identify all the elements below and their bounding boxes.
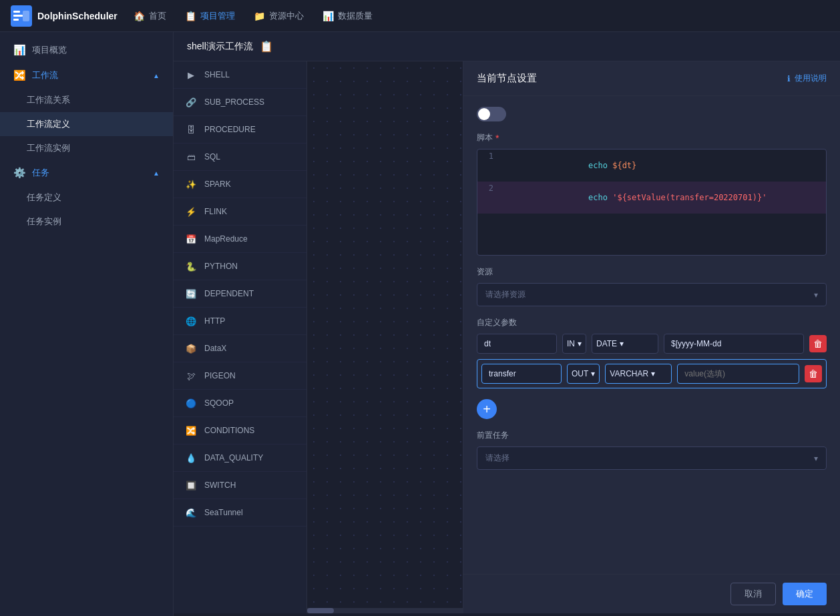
node-pigeon[interactable]: 🕊 PIGEON — [174, 362, 306, 390]
nav-resource-label: 资源中心 — [269, 10, 304, 22]
code-editor[interactable]: 1 echo ${dt} 2 echo '${setValue(transfer… — [477, 149, 827, 256]
settings-title: 当前节点设置 — [477, 72, 537, 85]
node-sqoop[interactable]: 🔵 SQOOP — [174, 390, 306, 417]
param2-name-input[interactable] — [481, 364, 562, 384]
sidebar-group-workflow[interactable]: 🔀 工作流 ▲ — [0, 63, 173, 88]
nav-dataquality-label: 数据质量 — [338, 10, 373, 22]
nav-item-home[interactable]: 🏠 首页 — [134, 10, 166, 22]
node-http[interactable]: 🌐 HTTP — [174, 308, 306, 335]
node-spark-label: SPARK — [204, 180, 231, 189]
param2-value-input[interactable] — [677, 364, 799, 384]
workflow-canvas[interactable] — [307, 61, 463, 613]
node-seatunnel[interactable]: 🌊 SeaTunnel — [174, 499, 306, 527]
param1-value-input[interactable] — [664, 334, 804, 354]
svg-rect-2 — [13, 15, 23, 17]
node-python-label: PYTHON — [204, 262, 238, 271]
canvas-layout: ▶ SHELL 🔗 SUB_PROCESS 🗄 PROCEDURE 🗃 SQL … — [174, 61, 840, 613]
node-mapreduce[interactable]: 📅 MapReduce — [174, 226, 306, 253]
node-sqoop-label: SQOOP — [204, 398, 234, 408]
workflow-relation-label: 工作流关系 — [27, 94, 70, 106]
pre-task-select[interactable]: 请选择 ▾ — [477, 446, 827, 470]
custom-params-label: 自定义参数 — [477, 317, 827, 328]
sidebar-item-workflow-instance[interactable]: 工作流实例 — [0, 136, 173, 160]
param1-delete-button[interactable]: 🗑 — [809, 335, 827, 352]
sidebar-group-task[interactable]: ⚙️ 任务 ▲ — [0, 160, 173, 186]
node-list: ▶ SHELL 🔗 SUB_PROCESS 🗄 PROCEDURE 🗃 SQL … — [174, 61, 307, 613]
nav-items: 🏠 首页 📋 项目管理 📁 资源中心 📊 数据质量 — [134, 10, 373, 22]
cancel-button[interactable]: 取消 — [730, 583, 776, 605]
nav-item-resource[interactable]: 📁 资源中心 — [254, 10, 304, 22]
node-datax[interactable]: 📦 DataX — [174, 335, 306, 362]
param-row-1: IN ▾ DATE ▾ 🗑 — [477, 334, 827, 354]
conditions-icon: 🔀 — [184, 424, 198, 437]
sidebar-item-task-instance[interactable]: 任务实例 — [0, 210, 173, 234]
param2-type-value: VARCHAR — [610, 369, 648, 378]
param1-direction-select[interactable]: IN ▾ — [562, 334, 586, 354]
chevron-up-icon-2: ▲ — [153, 170, 160, 177]
python-icon: 🐍 — [184, 260, 198, 273]
enable-toggle[interactable] — [477, 107, 506, 121]
node-flink[interactable]: ⚡ FLINK — [174, 198, 306, 226]
node-pigeon-label: PIGEON — [204, 371, 236, 380]
pre-task-section: 前置任务 请选择 ▾ — [477, 430, 827, 470]
node-conditions[interactable]: 🔀 CONDITIONS — [174, 417, 306, 444]
node-shell[interactable]: ▶ SHELL — [174, 61, 306, 89]
param2-type-select[interactable]: VARCHAR ▾ — [605, 364, 672, 384]
resource-icon: 📁 — [254, 11, 265, 21]
node-switch[interactable]: 🔲 SWITCH — [174, 472, 306, 499]
help-icon: ℹ — [787, 74, 791, 83]
help-label: 使用说明 — [795, 73, 827, 84]
svg-rect-1 — [13, 11, 20, 13]
workflow-definition-label: 工作流定义 — [27, 118, 70, 130]
chevron-down-icon-3: ▾ — [591, 369, 595, 378]
param2-delete-button[interactable]: 🗑 — [805, 365, 822, 382]
node-procedure[interactable]: 🗄 PROCEDURE — [174, 116, 306, 143]
line-num-2: 2 — [477, 184, 501, 193]
help-link[interactable]: ℹ 使用说明 — [787, 73, 827, 84]
node-dataquality-label: DATA_QUALITY — [204, 453, 263, 463]
param2-direction-select[interactable]: OUT ▾ — [567, 364, 600, 384]
custom-params-section: 自定义参数 IN ▾ DATE ▾ — [477, 317, 827, 388]
workflow-icon: 🔀 — [13, 69, 25, 81]
code-line-2: 2 echo '${setValue(transfer=20220701)}' — [477, 182, 826, 214]
nav-item-project[interactable]: 📋 项目管理 — [185, 10, 235, 22]
node-sql[interactable]: 🗃 SQL — [174, 143, 306, 171]
project-icon: 📋 — [185, 11, 196, 21]
param1-name-input[interactable] — [477, 334, 557, 354]
settings-footer: 取消 确定 — [463, 574, 840, 613]
confirm-button[interactable]: 确定 — [783, 583, 827, 605]
param1-type-value: DATE — [596, 339, 617, 348]
sidebar: 📊 项目概览 🔀 工作流 ▲ 工作流关系 工作流定义 工作流实例 ⚙️ 任务 ▲ — [0, 32, 174, 616]
sidebar-section-main: 📊 项目概览 🔀 工作流 ▲ 工作流关系 工作流定义 工作流实例 ⚙️ 任务 ▲ — [0, 32, 173, 239]
node-spark[interactable]: ✨ SPARK — [174, 171, 306, 198]
scrollbar-thumb[interactable] — [307, 608, 334, 613]
main-layout: 📊 项目概览 🔀 工作流 ▲ 工作流关系 工作流定义 工作流实例 ⚙️ 任务 ▲ — [0, 32, 840, 616]
param-row-2-container: OUT ▾ VARCHAR ▾ 🗑 — [477, 359, 827, 388]
copy-icon[interactable]: 📋 — [260, 40, 273, 53]
sidebar-item-workflow-definition[interactable]: 工作流定义 — [0, 112, 173, 136]
node-python[interactable]: 🐍 PYTHON — [174, 253, 306, 280]
node-subprocess[interactable]: 🔗 SUB_PROCESS — [174, 89, 306, 116]
sidebar-item-task-definition[interactable]: 任务定义 — [0, 186, 173, 210]
node-dependent[interactable]: 🔄 DEPENDENT — [174, 280, 306, 308]
code-content-1: echo ${dt} — [501, 151, 826, 180]
node-dependent-label: DEPENDENT — [204, 289, 254, 298]
nav-item-dataquality[interactable]: 📊 数据质量 — [323, 10, 373, 22]
resource-select[interactable]: 请选择资源 ▾ — [477, 283, 827, 306]
toggle-thumb — [478, 108, 490, 120]
add-param-button[interactable]: + — [477, 399, 497, 419]
svg-rect-4 — [23, 11, 29, 21]
pre-task-label: 前置任务 — [477, 430, 827, 441]
sidebar-item-project-overview[interactable]: 📊 项目概览 — [0, 37, 173, 63]
code-content-2: echo '${setValue(transfer=20220701)}' — [501, 184, 826, 212]
node-sql-label: SQL — [204, 152, 220, 162]
horizontal-scrollbar[interactable] — [307, 608, 463, 613]
dataquality-icon: 📊 — [323, 11, 334, 21]
content-area: shell演示工作流 📋 ▶ SHELL 🔗 SUB_PROCESS 🗄 PRO… — [174, 32, 840, 616]
workflow-instance-label: 工作流实例 — [27, 142, 70, 154]
task-icon: ⚙️ — [13, 167, 25, 179]
param1-type-select[interactable]: DATE ▾ — [592, 334, 658, 354]
node-data-quality[interactable]: 💧 DATA_QUALITY — [174, 444, 306, 472]
sidebar-item-workflow-relation[interactable]: 工作流关系 — [0, 88, 173, 112]
sql-icon: 🗃 — [184, 150, 198, 164]
